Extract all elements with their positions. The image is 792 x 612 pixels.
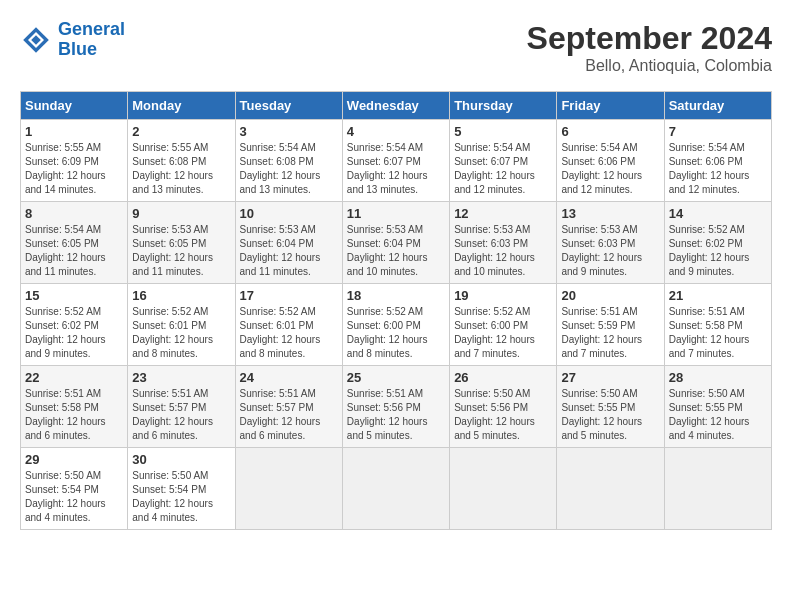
day-info: Sunrise: 5:55 AM Sunset: 6:09 PM Dayligh… bbox=[25, 141, 123, 197]
day-info: Sunrise: 5:53 AM Sunset: 6:04 PM Dayligh… bbox=[347, 223, 445, 279]
day-number: 9 bbox=[132, 206, 230, 221]
calendar-header-row: SundayMondayTuesdayWednesdayThursdayFrid… bbox=[21, 92, 772, 120]
day-info: Sunrise: 5:52 AM Sunset: 6:02 PM Dayligh… bbox=[669, 223, 767, 279]
calendar-day-cell: 23Sunrise: 5:51 AM Sunset: 5:57 PM Dayli… bbox=[128, 366, 235, 448]
day-info: Sunrise: 5:50 AM Sunset: 5:55 PM Dayligh… bbox=[561, 387, 659, 443]
day-number: 30 bbox=[132, 452, 230, 467]
calendar-day-cell bbox=[235, 448, 342, 530]
logo: General Blue bbox=[20, 20, 125, 60]
title-block: September 2024 Bello, Antioquia, Colombi… bbox=[527, 20, 772, 75]
day-number: 19 bbox=[454, 288, 552, 303]
day-number: 15 bbox=[25, 288, 123, 303]
calendar-day-cell: 28Sunrise: 5:50 AM Sunset: 5:55 PM Dayli… bbox=[664, 366, 771, 448]
calendar-day-cell: 16Sunrise: 5:52 AM Sunset: 6:01 PM Dayli… bbox=[128, 284, 235, 366]
day-info: Sunrise: 5:52 AM Sunset: 6:01 PM Dayligh… bbox=[132, 305, 230, 361]
calendar-day-cell: 11Sunrise: 5:53 AM Sunset: 6:04 PM Dayli… bbox=[342, 202, 449, 284]
calendar-day-cell: 18Sunrise: 5:52 AM Sunset: 6:00 PM Dayli… bbox=[342, 284, 449, 366]
day-number: 25 bbox=[347, 370, 445, 385]
calendar-day-cell: 24Sunrise: 5:51 AM Sunset: 5:57 PM Dayli… bbox=[235, 366, 342, 448]
day-number: 12 bbox=[454, 206, 552, 221]
calendar-day-cell bbox=[557, 448, 664, 530]
day-info: Sunrise: 5:51 AM Sunset: 5:58 PM Dayligh… bbox=[25, 387, 123, 443]
calendar-day-cell: 13Sunrise: 5:53 AM Sunset: 6:03 PM Dayli… bbox=[557, 202, 664, 284]
day-info: Sunrise: 5:53 AM Sunset: 6:03 PM Dayligh… bbox=[454, 223, 552, 279]
day-number: 14 bbox=[669, 206, 767, 221]
calendar-day-cell: 26Sunrise: 5:50 AM Sunset: 5:56 PM Dayli… bbox=[450, 366, 557, 448]
calendar-day-cell: 20Sunrise: 5:51 AM Sunset: 5:59 PM Dayli… bbox=[557, 284, 664, 366]
day-number: 18 bbox=[347, 288, 445, 303]
column-header-wednesday: Wednesday bbox=[342, 92, 449, 120]
logo-line1: General bbox=[58, 19, 125, 39]
column-header-monday: Monday bbox=[128, 92, 235, 120]
column-header-saturday: Saturday bbox=[664, 92, 771, 120]
day-info: Sunrise: 5:51 AM Sunset: 5:57 PM Dayligh… bbox=[132, 387, 230, 443]
day-info: Sunrise: 5:52 AM Sunset: 6:02 PM Dayligh… bbox=[25, 305, 123, 361]
day-number: 29 bbox=[25, 452, 123, 467]
calendar-day-cell: 8Sunrise: 5:54 AM Sunset: 6:05 PM Daylig… bbox=[21, 202, 128, 284]
day-number: 21 bbox=[669, 288, 767, 303]
day-info: Sunrise: 5:54 AM Sunset: 6:07 PM Dayligh… bbox=[454, 141, 552, 197]
calendar-day-cell bbox=[450, 448, 557, 530]
calendar-day-cell: 25Sunrise: 5:51 AM Sunset: 5:56 PM Dayli… bbox=[342, 366, 449, 448]
calendar-day-cell: 14Sunrise: 5:52 AM Sunset: 6:02 PM Dayli… bbox=[664, 202, 771, 284]
day-info: Sunrise: 5:52 AM Sunset: 6:00 PM Dayligh… bbox=[347, 305, 445, 361]
calendar-day-cell: 7Sunrise: 5:54 AM Sunset: 6:06 PM Daylig… bbox=[664, 120, 771, 202]
day-info: Sunrise: 5:53 AM Sunset: 6:05 PM Dayligh… bbox=[132, 223, 230, 279]
calendar-day-cell: 15Sunrise: 5:52 AM Sunset: 6:02 PM Dayli… bbox=[21, 284, 128, 366]
day-info: Sunrise: 5:51 AM Sunset: 5:58 PM Dayligh… bbox=[669, 305, 767, 361]
day-number: 6 bbox=[561, 124, 659, 139]
day-number: 23 bbox=[132, 370, 230, 385]
calendar-day-cell: 17Sunrise: 5:52 AM Sunset: 6:01 PM Dayli… bbox=[235, 284, 342, 366]
calendar-day-cell: 3Sunrise: 5:54 AM Sunset: 6:08 PM Daylig… bbox=[235, 120, 342, 202]
day-number: 16 bbox=[132, 288, 230, 303]
day-number: 26 bbox=[454, 370, 552, 385]
day-info: Sunrise: 5:50 AM Sunset: 5:56 PM Dayligh… bbox=[454, 387, 552, 443]
day-number: 13 bbox=[561, 206, 659, 221]
day-info: Sunrise: 5:52 AM Sunset: 6:01 PM Dayligh… bbox=[240, 305, 338, 361]
page-header: General Blue September 2024 Bello, Antio… bbox=[20, 20, 772, 75]
calendar-day-cell: 12Sunrise: 5:53 AM Sunset: 6:03 PM Dayli… bbox=[450, 202, 557, 284]
calendar-day-cell: 27Sunrise: 5:50 AM Sunset: 5:55 PM Dayli… bbox=[557, 366, 664, 448]
day-info: Sunrise: 5:51 AM Sunset: 5:57 PM Dayligh… bbox=[240, 387, 338, 443]
day-info: Sunrise: 5:52 AM Sunset: 6:00 PM Dayligh… bbox=[454, 305, 552, 361]
day-number: 4 bbox=[347, 124, 445, 139]
calendar-day-cell: 9Sunrise: 5:53 AM Sunset: 6:05 PM Daylig… bbox=[128, 202, 235, 284]
day-info: Sunrise: 5:50 AM Sunset: 5:54 PM Dayligh… bbox=[132, 469, 230, 525]
day-info: Sunrise: 5:50 AM Sunset: 5:55 PM Dayligh… bbox=[669, 387, 767, 443]
calendar-day-cell: 2Sunrise: 5:55 AM Sunset: 6:08 PM Daylig… bbox=[128, 120, 235, 202]
day-number: 8 bbox=[25, 206, 123, 221]
day-info: Sunrise: 5:54 AM Sunset: 6:07 PM Dayligh… bbox=[347, 141, 445, 197]
day-number: 22 bbox=[25, 370, 123, 385]
calendar-day-cell: 19Sunrise: 5:52 AM Sunset: 6:00 PM Dayli… bbox=[450, 284, 557, 366]
calendar-week-row: 1Sunrise: 5:55 AM Sunset: 6:09 PM Daylig… bbox=[21, 120, 772, 202]
day-number: 11 bbox=[347, 206, 445, 221]
calendar-week-row: 15Sunrise: 5:52 AM Sunset: 6:02 PM Dayli… bbox=[21, 284, 772, 366]
column-header-tuesday: Tuesday bbox=[235, 92, 342, 120]
day-info: Sunrise: 5:53 AM Sunset: 6:03 PM Dayligh… bbox=[561, 223, 659, 279]
day-number: 7 bbox=[669, 124, 767, 139]
calendar-day-cell bbox=[664, 448, 771, 530]
day-info: Sunrise: 5:53 AM Sunset: 6:04 PM Dayligh… bbox=[240, 223, 338, 279]
day-number: 5 bbox=[454, 124, 552, 139]
column-header-friday: Friday bbox=[557, 92, 664, 120]
calendar-week-row: 8Sunrise: 5:54 AM Sunset: 6:05 PM Daylig… bbox=[21, 202, 772, 284]
calendar-day-cell: 10Sunrise: 5:53 AM Sunset: 6:04 PM Dayli… bbox=[235, 202, 342, 284]
calendar-day-cell: 1Sunrise: 5:55 AM Sunset: 6:09 PM Daylig… bbox=[21, 120, 128, 202]
day-info: Sunrise: 5:54 AM Sunset: 6:05 PM Dayligh… bbox=[25, 223, 123, 279]
calendar-day-cell bbox=[342, 448, 449, 530]
day-number: 2 bbox=[132, 124, 230, 139]
day-info: Sunrise: 5:54 AM Sunset: 6:06 PM Dayligh… bbox=[561, 141, 659, 197]
calendar-week-row: 22Sunrise: 5:51 AM Sunset: 5:58 PM Dayli… bbox=[21, 366, 772, 448]
day-info: Sunrise: 5:55 AM Sunset: 6:08 PM Dayligh… bbox=[132, 141, 230, 197]
day-number: 28 bbox=[669, 370, 767, 385]
calendar-day-cell: 29Sunrise: 5:50 AM Sunset: 5:54 PM Dayli… bbox=[21, 448, 128, 530]
day-info: Sunrise: 5:51 AM Sunset: 5:56 PM Dayligh… bbox=[347, 387, 445, 443]
calendar-week-row: 29Sunrise: 5:50 AM Sunset: 5:54 PM Dayli… bbox=[21, 448, 772, 530]
calendar-table: SundayMondayTuesdayWednesdayThursdayFrid… bbox=[20, 91, 772, 530]
logo-line2: Blue bbox=[58, 39, 97, 59]
calendar-day-cell: 5Sunrise: 5:54 AM Sunset: 6:07 PM Daylig… bbox=[450, 120, 557, 202]
calendar-day-cell: 6Sunrise: 5:54 AM Sunset: 6:06 PM Daylig… bbox=[557, 120, 664, 202]
column-header-thursday: Thursday bbox=[450, 92, 557, 120]
day-info: Sunrise: 5:54 AM Sunset: 6:08 PM Dayligh… bbox=[240, 141, 338, 197]
day-number: 24 bbox=[240, 370, 338, 385]
